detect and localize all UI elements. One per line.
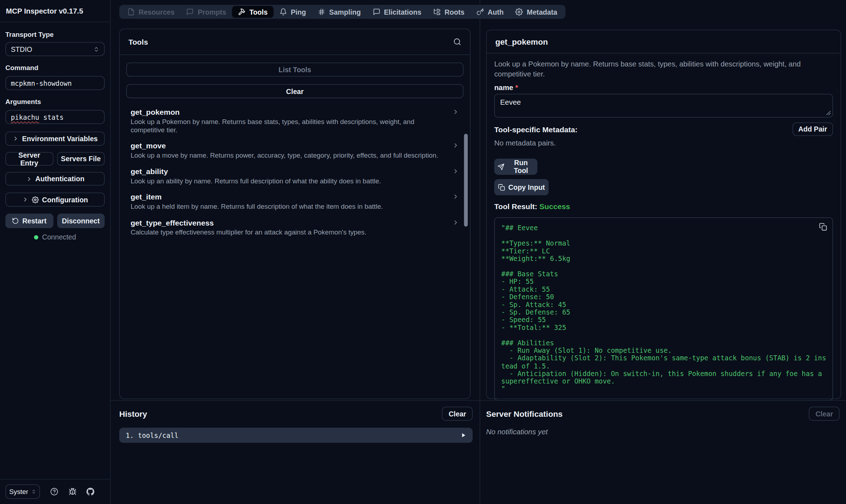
server-entry-button[interactable]: Server Entry: [5, 152, 53, 166]
tab-label: Roots: [444, 8, 464, 16]
copy-icon: [819, 223, 827, 231]
add-pair-button[interactable]: Add Pair: [792, 123, 833, 136]
tab-roots[interactable]: Roots: [427, 6, 470, 18]
tool-name: get_type_effectiveness: [131, 218, 449, 227]
run-tool-button[interactable]: Run Tool: [494, 159, 537, 175]
tool-detail-description: Look up a Pokemon by name. Returns base …: [494, 59, 833, 79]
clear-notifications-label: Clear: [816, 410, 833, 418]
authentication-label: Authentication: [35, 175, 84, 183]
tool-result-line: Tool Result: Success: [494, 202, 833, 211]
arguments-input[interactable]: pikachu stats: [5, 110, 105, 124]
chevron-right-icon: [13, 135, 19, 142]
tool-list-item-get-item[interactable]: get_item Look up a held item by name. Re…: [126, 193, 463, 211]
tab-label: Ping: [291, 8, 306, 16]
report-bug-button[interactable]: [68, 488, 77, 496]
search-tools-button[interactable]: [453, 38, 462, 46]
tab-sampling[interactable]: Sampling: [312, 6, 367, 18]
tool-list-item-get-pokemon[interactable]: get_pokemon Look up a Pokemon by name. R…: [126, 108, 463, 134]
connected-dot: [34, 235, 38, 239]
tab-label: Auth: [488, 8, 504, 16]
send-icon: [497, 163, 505, 170]
tab-ping[interactable]: Ping: [274, 6, 312, 18]
name-label-text: name: [494, 84, 513, 92]
tab-prompts[interactable]: Prompts: [181, 6, 232, 18]
chevrons-up-down-icon: [93, 46, 99, 52]
tool-result-label: Tool Result:: [494, 202, 537, 211]
clear-history-label: Clear: [449, 410, 466, 418]
transport-type-label: Transport Type: [5, 31, 105, 38]
github-button[interactable]: [87, 488, 95, 496]
tool-result-text: "## Eevee **Types:** Normal **Tier:** LC…: [501, 224, 826, 393]
copy-result-button[interactable]: [819, 223, 827, 231]
hash-icon: [318, 8, 325, 16]
tool-description: Calculate type effectiveness multiplier …: [131, 228, 449, 236]
chevron-right-icon: [26, 176, 32, 182]
tab-elicitations[interactable]: Elicitations: [367, 6, 427, 18]
restart-icon: [12, 217, 19, 224]
clear-notifications-button[interactable]: Clear: [809, 407, 840, 421]
tool-name: get_item: [131, 193, 449, 201]
app-title: MCP Inspector v0.17.5: [0, 0, 110, 22]
clear-tools-label: Clear: [286, 87, 304, 95]
clear-history-button[interactable]: Clear: [442, 407, 473, 421]
environment-variables-label: Environment Variables: [22, 134, 98, 143]
servers-file-button[interactable]: Servers File: [57, 152, 105, 166]
restart-label: Restart: [22, 217, 46, 225]
tab-label: Elicitations: [384, 8, 422, 16]
tab-label: Tools: [249, 8, 267, 16]
tool-result-status: Success: [540, 202, 570, 211]
tab-metadata[interactable]: Metadata: [510, 6, 563, 18]
command-label: Command: [5, 64, 105, 72]
help-circle-icon: [50, 488, 58, 496]
metadata-label: Tool-specific Metadata:: [494, 125, 577, 133]
theme-select[interactable]: Syster: [5, 484, 40, 499]
tool-description: Look up a move by name. Returns power, a…: [131, 152, 449, 159]
name-field-input[interactable]: Eevee: [495, 94, 833, 117]
server-entry-label: Server Entry: [9, 151, 49, 167]
configuration-button[interactable]: Configuration: [5, 193, 105, 207]
tab-auth[interactable]: Auth: [471, 6, 510, 18]
tool-list-item-get-type-effectiveness[interactable]: get_type_effectiveness Calculate type ef…: [126, 218, 463, 236]
servers-file-label: Servers File: [61, 155, 100, 163]
tool-description: Look up a Pokemon by name. Returns base …: [131, 118, 449, 134]
search-icon: [453, 38, 462, 46]
transport-type-select[interactable]: STDIO: [5, 42, 105, 56]
tool-list-item-get-move[interactable]: get_move Look up a move by name. Returns…: [126, 141, 463, 159]
run-tool-label: Run Tool: [508, 159, 534, 175]
tools-list-panel: Tools List Tools Clear get_pokemon Look …: [119, 29, 470, 399]
disconnect-label: Disconnect: [62, 217, 100, 225]
configuration-label: Configuration: [42, 196, 88, 204]
connection-status: Connected: [5, 233, 105, 241]
tool-list-item-get-ability[interactable]: get_ability Look up an ability by name. …: [126, 167, 463, 185]
tools-list-scrollbar[interactable]: [464, 134, 468, 227]
chevron-right-icon: [452, 168, 459, 175]
environment-variables-button[interactable]: Environment Variables: [5, 132, 105, 145]
tab-label: Resources: [139, 8, 174, 16]
sidebar-footer: Syster: [0, 479, 110, 504]
mcp-inspector-app: MCP Inspector v0.17.5 Transport Type STD…: [0, 0, 846, 504]
connected-label: Connected: [42, 233, 76, 241]
chevron-right-icon: [452, 219, 459, 226]
copy-icon: [498, 184, 505, 191]
disconnect-button[interactable]: Disconnect: [57, 214, 105, 228]
clear-tools-button[interactable]: Clear: [126, 84, 463, 98]
tab-tools[interactable]: Tools: [232, 6, 274, 18]
tab-resources[interactable]: Resources: [122, 6, 181, 18]
restart-button[interactable]: Restart: [5, 214, 53, 228]
arguments-value-rest: stats: [39, 113, 64, 121]
name-field-label: name *: [494, 84, 833, 91]
add-pair-label: Add Pair: [798, 125, 827, 133]
command-value: mcpkmn-showdown: [11, 79, 72, 87]
help-button[interactable]: [50, 488, 58, 496]
resize-handle-icon[interactable]: [826, 110, 831, 115]
copy-input-button[interactable]: Copy Input: [494, 179, 549, 195]
command-input[interactable]: mcpkmn-showdown: [5, 76, 105, 90]
required-asterisk: *: [515, 84, 518, 92]
bug-icon: [68, 488, 77, 496]
authentication-button[interactable]: Authentication: [5, 172, 105, 186]
history-item-tools-call[interactable]: 1. tools/call: [119, 428, 472, 443]
list-tools-button[interactable]: List Tools: [126, 63, 463, 76]
chevrons-up-down-icon: [31, 489, 36, 494]
folder-tree-icon: [433, 8, 441, 16]
gear-icon: [32, 196, 39, 203]
